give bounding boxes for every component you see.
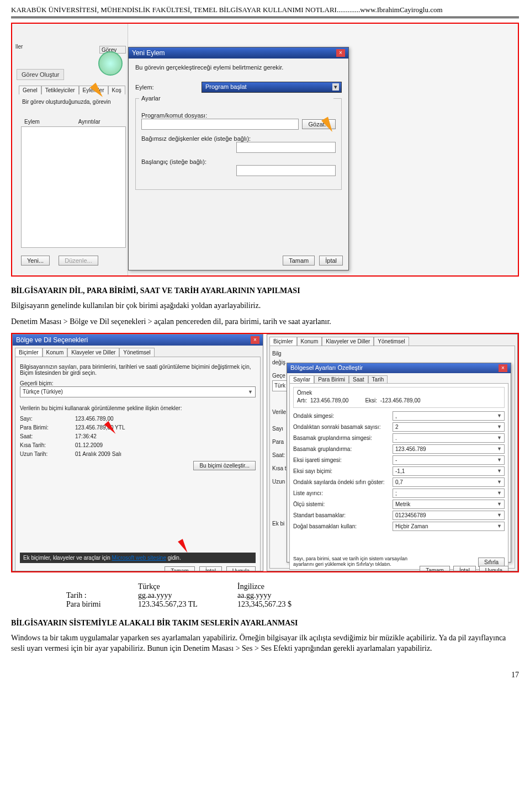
baslangic-input[interactable]	[236, 165, 336, 176]
region-customize-stack: Biçimler Konum Klavyeler ve Diller Yönet…	[267, 334, 518, 571]
tab-bicimler[interactable]: Biçimler	[15, 348, 43, 357]
tamam-button[interactable]: Tamam	[165, 566, 195, 571]
dialog-description: Bu görevin gerçekleştireceği eylemi beli…	[135, 64, 342, 71]
ayarlar-legend: Ayarlar	[139, 95, 333, 102]
chevron-down-icon: ▼	[497, 457, 502, 463]
tab-bicimler[interactable]: Biçimler	[269, 337, 297, 346]
examples-heading: Verilerin bu biçimi kullanarak görüntüle…	[20, 405, 256, 411]
chevron-down-icon: ▼	[497, 479, 502, 485]
setting-row: Ondalık sayılarda öndeki sıfırı göster:0…	[293, 477, 505, 487]
setting-combo[interactable]: Hiçbir Zaman▼	[393, 522, 505, 531]
close-icon[interactable]: ×	[499, 364, 507, 372]
left-text: ller	[15, 44, 23, 50]
list-headers: Eylem Ayrıntılar	[24, 119, 100, 125]
tab-saat[interactable]: Saat	[349, 375, 368, 383]
tab-klavyeler[interactable]: Klavyeler ve Diller	[322, 337, 374, 346]
tab-tarih[interactable]: Tarih	[368, 375, 388, 383]
paragraph-3: Windows ta bir takım uygulamalar yaparke…	[11, 633, 519, 654]
chevron-down-icon: ▼	[248, 389, 253, 395]
chevron-down-icon: ▼	[497, 413, 502, 418]
setting-combo[interactable]: 0123456789▼	[393, 511, 505, 520]
footer-text: Ek biçimler, klavyeler ve araçlar için	[23, 555, 112, 561]
tab-kos[interactable]: Koş	[108, 86, 125, 94]
compare-para-en: 123,345,567.23 $	[237, 600, 337, 609]
setting-combo[interactable]: Metrik▼	[393, 500, 505, 509]
chevron-down-icon: ▼	[497, 435, 502, 441]
ozellestiir-button[interactable]: Bu biçimi özelleştir...	[193, 461, 256, 470]
setting-combo[interactable]: 2▼	[393, 422, 505, 432]
chevron-down-icon: ▼	[497, 512, 502, 518]
locale-comparison: Türkçe İngilizce Tarih : gg.aa.yyyy aa.g…	[66, 582, 519, 609]
iptal-button[interactable]: İptal	[319, 256, 343, 266]
tamam-button[interactable]: Tamam	[420, 566, 450, 571]
gorev-olustur-heading: Görev Oluştur	[17, 69, 64, 80]
ms-link[interactable]: Microsoft web sitesine	[112, 555, 166, 561]
uygula-button[interactable]: Uygula	[226, 566, 256, 571]
setting-combo[interactable]: ;▼	[393, 489, 505, 498]
eylem-label: Eylem:	[135, 84, 202, 91]
tab-genel[interactable]: Genel	[19, 86, 41, 94]
eylem-listbox[interactable]	[21, 126, 126, 248]
setting-row: Eksi sayı biçimi:-1,1▼	[293, 466, 505, 476]
tab-konum[interactable]: Konum	[43, 348, 68, 357]
setting-combo[interactable]: ,▼	[393, 411, 505, 421]
ornek-box: Örnek Artı: 123.456.789,00 Eksi: -123.45…	[293, 387, 505, 408]
uygula-button[interactable]: Uygula	[479, 566, 508, 571]
chevron-down-icon: ▼	[497, 523, 502, 529]
compare-para-tr: 123.345.567,23 TL	[138, 600, 237, 609]
close-icon[interactable]: ×	[251, 336, 259, 344]
iptal-button[interactable]: İptal	[199, 566, 222, 571]
chevron-down-icon: ▼	[497, 468, 502, 474]
back-desc: Bir görev oluşturduğunuzda, görevin	[22, 99, 111, 105]
tamam-button[interactable]: Tamam	[283, 256, 315, 266]
tab-sayilar[interactable]: Sayılar	[289, 375, 314, 383]
setting-combo[interactable]: -▼	[393, 455, 505, 465]
dialog-title-text: Bölge ve Dil Seçenekleri	[16, 336, 88, 344]
gecerli-bicim-label: Geçerli biçim:	[20, 380, 256, 386]
setting-row: Liste ayırıcı:;▼	[293, 489, 505, 498]
example-row: Kısa Tarih:01.12.2009	[20, 442, 256, 448]
duzenle-button[interactable]: Düzenle...	[59, 256, 98, 266]
reset-note: Sayı, para birimi, saat ve tarih için si…	[293, 556, 426, 567]
page-header: KARABÜK ÜNİVERSİTESİ, MÜHENDİSLİK FAKÜLT…	[11, 6, 519, 18]
setting-combo[interactable]: 0,7▼	[393, 477, 505, 487]
example-row: Saat:17:36:42	[20, 433, 256, 439]
compare-tarih-tr: gg.aa.yyyy	[138, 591, 237, 600]
iptal-button[interactable]: İptal	[453, 566, 476, 571]
dialog-titlebar: Yeni Eylem ×	[129, 47, 348, 59]
program-input[interactable]	[141, 119, 299, 130]
locale-value: Türkçe (Türkiye)	[23, 389, 63, 395]
region-tabs: Biçimler Konum Klavyeler ve Diller Yönet…	[15, 348, 261, 357]
tab-yonetimsel[interactable]: Yönetimsel	[374, 337, 409, 346]
tab-tetikleyiciler[interactable]: Tetikleyiciler	[41, 86, 79, 94]
inner-tabs: Sayılar Para Birimi Saat Tarih	[289, 375, 508, 383]
baslangic-label: Başlangıç (isteğe bağlı):	[141, 158, 336, 165]
back-buttons: Yeni... Düzenle...	[21, 256, 98, 266]
yeni-eylem-dialog: Yeni Eylem × Bu görevin gerçekleştireceğ…	[128, 47, 349, 270]
arrow-annotation-icon	[178, 539, 190, 554]
yeni-button[interactable]: Yeni...	[21, 256, 50, 266]
back-window-tabs: Genel Tetikleyiciler Eylemler Koş	[19, 86, 125, 94]
dialog-titlebar: Bölge ve Dil Seçenekleri ×	[13, 335, 263, 346]
close-icon[interactable]: ×	[336, 49, 345, 57]
chevron-down-icon: ▼	[497, 446, 502, 452]
setting-row: Standart basamaklar:0123456789▼	[293, 511, 505, 520]
tab-yonetimsel[interactable]: Yönetimsel	[119, 348, 154, 357]
setting-row: Basamak gruplandırma:123.456.789▼	[293, 444, 505, 454]
bagimsiz-input[interactable]	[236, 142, 336, 153]
tab-klavyeler[interactable]: Klavyeler ve Diller	[67, 348, 119, 357]
setting-combo[interactable]: .▼	[393, 433, 505, 443]
help-icon	[98, 51, 123, 76]
tab-parabirimi[interactable]: Para Birimi	[314, 375, 349, 383]
locale-combobox[interactable]: Türkçe (Türkiye) ▼	[20, 386, 256, 397]
example-row: Uzun Tarih:01 Aralık 2009 Salı	[20, 451, 256, 457]
setting-combo[interactable]: 123.456.789▼	[393, 444, 505, 454]
col-eylem: Eylem	[24, 119, 40, 125]
setting-row: Ondalık simgesi:,▼	[293, 411, 505, 421]
section2-heading: BİLGİSAYARIN SİSTEMİYLE ALAKALI BİR TAKI…	[11, 619, 519, 628]
eylem-select[interactable]: Program başlat	[202, 82, 342, 93]
setting-row: Ondalıktan sonraki basamak sayısı:2▼	[293, 422, 505, 432]
tab-konum[interactable]: Konum	[297, 337, 322, 346]
dialog-titlebar: Bölgesel Ayarları Özelleştir ×	[287, 363, 511, 373]
setting-combo[interactable]: -1,1▼	[393, 466, 505, 476]
